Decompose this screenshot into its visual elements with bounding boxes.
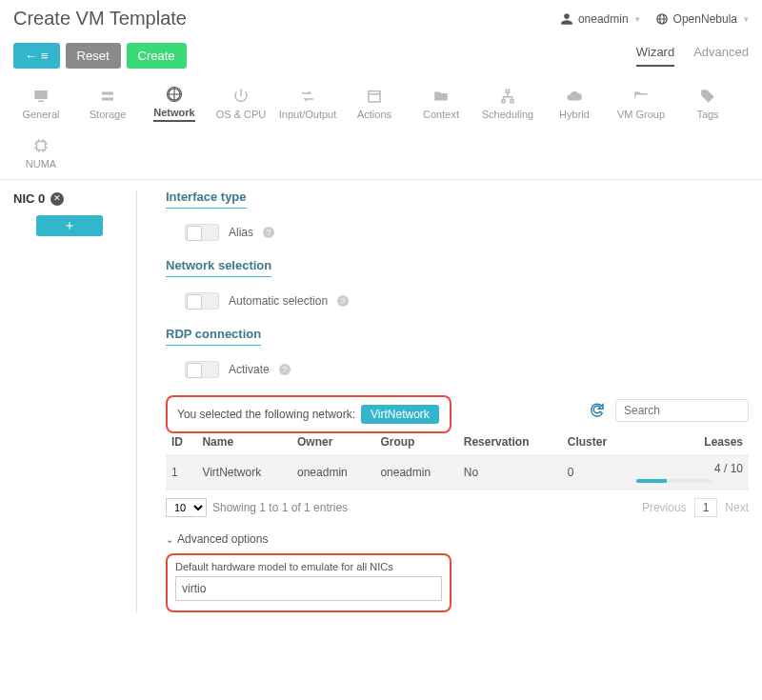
io-icon bbox=[299, 88, 316, 105]
lease-text: 4 / 10 bbox=[714, 462, 743, 475]
advanced-options-toggle[interactable]: ⌄ Advanced options bbox=[166, 532, 749, 546]
list-icon: ≡ bbox=[41, 49, 49, 63]
tab-label: VM Group bbox=[617, 109, 665, 120]
table-row[interactable]: 1 VirtNetwork oneadmin oneadmin No 0 4 /… bbox=[166, 454, 749, 490]
default-model-callout: Default hardware model to emulate for al… bbox=[166, 553, 451, 612]
caret-down-icon: ▾ bbox=[744, 14, 749, 24]
remove-nic-icon[interactable]: ✕ bbox=[50, 192, 64, 206]
help-icon[interactable]: ? bbox=[263, 227, 274, 238]
globe-icon bbox=[655, 12, 669, 26]
auto-selection-label: Automatic selection bbox=[229, 294, 328, 308]
cloud-icon bbox=[566, 88, 583, 105]
brand-name: OpenNebula bbox=[673, 12, 737, 26]
tab-label: Input/Output bbox=[279, 109, 337, 120]
help-icon[interactable]: ? bbox=[279, 364, 291, 375]
lease-bar bbox=[636, 479, 712, 483]
brand-menu[interactable]: OpenNebula ▾ bbox=[655, 12, 749, 26]
caret-down-icon: ▾ bbox=[635, 14, 640, 24]
reset-button[interactable]: Reset bbox=[66, 43, 121, 69]
selected-network-prefix: You selected the following network: bbox=[177, 408, 355, 421]
cell-group: oneadmin bbox=[374, 454, 457, 490]
tab-oscpu[interactable]: OS & CPU bbox=[208, 80, 274, 131]
pager-current[interactable]: 1 bbox=[694, 498, 718, 517]
page-title: Create VM Template bbox=[13, 8, 187, 30]
showing-text: Showing 1 to 1 of 1 entries bbox=[212, 501, 348, 514]
th-cluster[interactable]: Cluster bbox=[562, 430, 631, 454]
tab-label: Storage bbox=[90, 109, 127, 120]
default-model-input[interactable] bbox=[175, 576, 442, 601]
sitemap-icon bbox=[499, 88, 516, 105]
tab-io[interactable]: Input/Output bbox=[274, 80, 341, 131]
cell-id: 1 bbox=[166, 454, 196, 490]
selected-network-chip: VirtNetwork bbox=[361, 405, 439, 424]
tab-tags[interactable]: Tags bbox=[674, 80, 741, 131]
back-button[interactable]: ← ≡ bbox=[13, 43, 60, 69]
th-owner[interactable]: Owner bbox=[291, 430, 374, 454]
tab-scheduling[interactable]: Scheduling bbox=[474, 80, 541, 131]
monitor-icon bbox=[32, 88, 50, 105]
tab-general[interactable]: General bbox=[8, 80, 74, 131]
section-network-selection: Network selection bbox=[166, 258, 271, 277]
advanced-options-label: Advanced options bbox=[177, 532, 268, 546]
alias-toggle[interactable] bbox=[185, 224, 219, 241]
nic-item-0[interactable]: NIC 0 ✕ bbox=[13, 191, 136, 206]
th-group[interactable]: Group bbox=[374, 430, 457, 454]
tab-label: Network bbox=[153, 107, 194, 122]
tab-numa[interactable]: NUMA bbox=[8, 131, 74, 179]
pager-prev[interactable]: Previous bbox=[642, 501, 687, 514]
tab-wizard[interactable]: Wizard bbox=[636, 45, 674, 67]
calendar-icon bbox=[366, 88, 383, 105]
page-size-select[interactable]: 10 bbox=[166, 498, 207, 517]
tab-context[interactable]: Context bbox=[408, 80, 474, 131]
default-model-label: Default hardware model to emulate for al… bbox=[175, 561, 442, 572]
chip-icon bbox=[32, 137, 50, 154]
tab-label: Scheduling bbox=[482, 109, 533, 120]
tab-label: Context bbox=[423, 109, 459, 120]
folder-open-icon bbox=[632, 88, 650, 105]
nic-label: NIC 0 bbox=[13, 191, 45, 206]
cell-owner: oneadmin bbox=[291, 454, 374, 490]
tab-label: OS & CPU bbox=[216, 109, 267, 120]
storage-icon bbox=[99, 88, 116, 105]
section-interface-type: Interface type bbox=[166, 190, 247, 209]
user-icon bbox=[560, 12, 573, 26]
refresh-icon[interactable] bbox=[589, 401, 606, 421]
rdp-activate-label: Activate bbox=[229, 363, 270, 376]
th-reservation[interactable]: Reservation bbox=[458, 430, 562, 454]
plus-icon: ＋ bbox=[63, 217, 76, 234]
auto-selection-toggle[interactable] bbox=[185, 292, 219, 310]
cell-name: VirtNetwork bbox=[196, 454, 291, 490]
back-arrow-icon: ← bbox=[25, 49, 37, 63]
user-menu[interactable]: oneadmin ▾ bbox=[560, 12, 640, 26]
user-name: oneadmin bbox=[578, 12, 629, 26]
network-icon bbox=[166, 86, 183, 103]
cell-cluster: 0 bbox=[562, 454, 631, 490]
tab-vmgroup[interactable]: VM Group bbox=[608, 80, 674, 131]
th-leases[interactable]: Leases bbox=[631, 430, 749, 454]
chevron-down-icon: ⌄ bbox=[166, 534, 173, 545]
th-id[interactable]: ID bbox=[166, 430, 196, 454]
tab-label: NUMA bbox=[26, 158, 56, 170]
section-rdp: RDP connection bbox=[166, 327, 261, 346]
create-button[interactable]: Create bbox=[127, 43, 187, 69]
tab-label: General bbox=[22, 109, 59, 120]
th-name[interactable]: Name bbox=[196, 430, 291, 454]
tab-advanced[interactable]: Advanced bbox=[693, 45, 749, 67]
section-tabs: General Storage Network OS & CPU Input/O… bbox=[0, 72, 762, 180]
tab-network[interactable]: Network bbox=[141, 80, 208, 131]
add-nic-button[interactable]: ＋ bbox=[36, 215, 103, 236]
help-icon[interactable]: ? bbox=[337, 295, 349, 307]
tab-actions[interactable]: Actions bbox=[341, 80, 408, 131]
pager-next[interactable]: Next bbox=[725, 501, 749, 514]
tab-storage[interactable]: Storage bbox=[74, 80, 141, 131]
cell-reservation: No bbox=[458, 454, 562, 490]
network-table: ID Name Owner Group Reservation Cluster … bbox=[166, 430, 749, 490]
tab-label: Hybrid bbox=[559, 109, 590, 120]
tab-label: Tags bbox=[696, 109, 718, 120]
tags-icon bbox=[699, 88, 716, 105]
tab-label: Actions bbox=[357, 109, 391, 120]
tab-hybrid[interactable]: Hybrid bbox=[541, 80, 608, 131]
search-input[interactable] bbox=[615, 399, 749, 422]
alias-label: Alias bbox=[229, 226, 253, 239]
rdp-toggle[interactable] bbox=[185, 361, 219, 378]
